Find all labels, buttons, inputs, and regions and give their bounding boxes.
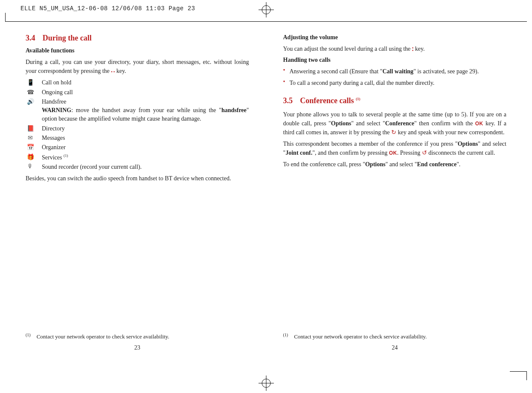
subheading: Handling two calls <box>283 57 507 64</box>
subheading: Adjusting the volume <box>283 34 507 41</box>
page-right: Adjusting the volume You can adjust the … <box>283 31 507 355</box>
section-title: During the call <box>43 34 92 42</box>
section-heading: 3.5 Conference calls (1) <box>283 95 507 106</box>
list-item: 📱 Call on hold <box>26 78 249 87</box>
section-number: 3.4 <box>26 34 35 42</box>
list-label: Services (1) <box>42 153 249 162</box>
ongoing-call-icon: ☎ <box>26 88 35 96</box>
list-item: To call a second party during a call, di… <box>283 78 507 87</box>
section-number: 3.5 <box>283 96 293 105</box>
crop-mark <box>5 13 6 21</box>
list-label: Directory <box>42 124 249 133</box>
call-key-icon: ↻ <box>391 129 396 136</box>
ok-key-icon: OK <box>475 121 483 127</box>
function-list: 📱 Call on hold ☎ Ongoing call 🔊 Handsfre… <box>26 78 249 171</box>
paragraph: To end the conference call, press "Optio… <box>283 160 507 169</box>
list-item: 🔊 Handsfree WARNING: move the handset aw… <box>26 98 249 124</box>
paragraph: This correspondent becomes a member of t… <box>283 139 507 157</box>
list-item: 📕 Directory <box>26 124 249 133</box>
page-number: 23 <box>26 344 249 351</box>
list-item: 🎁 Services (1) <box>26 153 249 162</box>
paragraph: You can adjust the sound level during a … <box>283 44 507 53</box>
subheading: Available functions <box>26 47 249 54</box>
registration-mark-icon <box>259 2 274 17</box>
section-heading: 3.4 During the call <box>26 32 249 43</box>
speaker-icon: 🔊 <box>26 98 35 105</box>
list-label: Organizer <box>42 143 249 152</box>
list-item: ✉ Messages <box>26 134 249 142</box>
list-item: ☎ Ongoing call <box>26 88 249 97</box>
crop-mark <box>510 371 527 372</box>
end-key-icon: ↺ <box>422 150 427 156</box>
list-label: Handsfree WARNING: move the handset away… <box>42 98 249 124</box>
page-number: 24 <box>283 344 507 351</box>
bullet-list: Answering a second call (Ensure that "Ca… <box>283 67 507 87</box>
list-item: Answering a second call (Ensure that "Ca… <box>283 67 507 76</box>
paragraph: During a call, you can use your director… <box>26 58 249 76</box>
recorder-icon: 🎙 <box>26 163 35 170</box>
footnote: (1)Contact your network operator to chec… <box>283 332 427 340</box>
list-label: Sound recorder (record your current call… <box>42 163 249 171</box>
page-left: 3.4 During the call Available functions … <box>26 31 249 355</box>
paragraph: Your phone allows you to talk to several… <box>283 110 507 137</box>
messages-icon: ✉ <box>26 134 35 142</box>
list-label: Call on hold <box>42 78 249 87</box>
crop-mark <box>526 372 527 380</box>
list-label: Ongoing call <box>42 88 249 97</box>
list-item: 📅 Organizer <box>26 143 249 152</box>
registration-mark-icon <box>259 376 274 391</box>
ok-key-icon: OK <box>389 150 397 156</box>
list-item: 🎙 Sound recorder (record your current ca… <box>26 163 249 171</box>
two-dots-key-icon <box>111 67 115 76</box>
list-label: Messages <box>42 134 249 142</box>
crop-mark <box>5 21 527 22</box>
section-title: Conference calls (1) <box>300 96 360 105</box>
hold-icon: 📱 <box>26 78 35 86</box>
directory-icon: 📕 <box>26 124 35 132</box>
organizer-icon: 📅 <box>26 143 35 151</box>
services-icon: 🎁 <box>26 153 35 161</box>
paragraph: Besides, you can switch the audio speech… <box>26 174 249 183</box>
footnote: (1)Contact your network operator to chec… <box>26 332 169 340</box>
